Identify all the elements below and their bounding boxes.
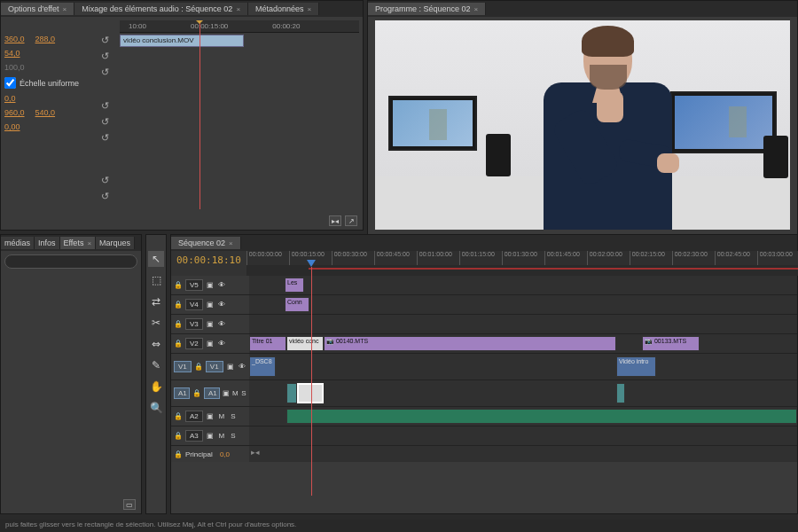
- video-preview[interactable]: [375, 20, 790, 230]
- close-icon[interactable]: ×: [229, 239, 233, 247]
- eye-icon[interactable]: 👁: [238, 363, 246, 372]
- prop-position-y[interactable]: 288,0: [35, 35, 56, 43]
- reset-icon[interactable]: ↺: [98, 51, 111, 61]
- zoom-tool[interactable]: 🔍: [148, 400, 164, 416]
- reset-icon[interactable]: ↺: [98, 100, 111, 111]
- lock-icon[interactable]: 🔒: [174, 450, 183, 458]
- lock-icon[interactable]: 🔒: [174, 320, 183, 329]
- track-source-a1[interactable]: A1: [174, 387, 190, 399]
- master-value[interactable]: 0,0: [220, 450, 230, 458]
- effects-search-input[interactable]: [4, 254, 137, 269]
- lock-icon[interactable]: 🔒: [174, 432, 183, 441]
- mute-button[interactable]: M: [217, 412, 226, 421]
- clip[interactable]: _DSC8: [249, 356, 276, 377]
- playhead-icon[interactable]: [200, 20, 200, 209]
- clip[interactable]: 📷 00140.MTS: [324, 336, 616, 351]
- lock-icon[interactable]: 🔒: [174, 301, 183, 309]
- tab-info[interactable]: Infos: [35, 237, 60, 249]
- eye-icon[interactable]: 👁: [217, 281, 226, 290]
- reset-icon[interactable]: ↺: [98, 35, 111, 45]
- ripple-tool[interactable]: ⇄: [148, 293, 164, 309]
- prop-anchor-y[interactable]: 540,0: [35, 108, 56, 117]
- timeline-playhead-icon[interactable]: [311, 267, 312, 496]
- effect-ruler[interactable]: 10:00 00:00:15:00 00:00:20: [120, 20, 359, 33]
- eye-icon[interactable]: 👁: [217, 340, 226, 348]
- close-icon[interactable]: ×: [87, 239, 91, 247]
- track-label-a1[interactable]: A1: [204, 387, 220, 399]
- hand-tool[interactable]: ✋: [148, 379, 164, 395]
- prop-antiflicker[interactable]: 0,00: [4, 122, 20, 131]
- eye-icon[interactable]: 👁: [217, 320, 226, 329]
- lock-icon[interactable]: 🔒: [174, 412, 183, 421]
- track-label-v1[interactable]: V1: [206, 361, 223, 372]
- track-select-tool[interactable]: ⬚: [148, 272, 164, 288]
- clip-selected[interactable]: [297, 383, 324, 403]
- go-to-icon[interactable]: ▸◂: [329, 215, 341, 226]
- collapse-icon[interactable]: ▸◂: [251, 448, 260, 457]
- prop-scale[interactable]: 54,0: [4, 49, 20, 58]
- close-icon[interactable]: ×: [308, 5, 312, 13]
- toggle-icon[interactable]: ▣: [206, 281, 215, 290]
- reset-icon[interactable]: ↺: [98, 116, 111, 127]
- slip-tool[interactable]: ⇔: [148, 336, 164, 352]
- tab-sequence[interactable]: Séquence 02 ×: [171, 237, 241, 249]
- tab-metadata[interactable]: Métadonnées×: [248, 3, 319, 15]
- track-label-v2[interactable]: V2: [185, 338, 203, 349]
- pen-tool[interactable]: ✎: [148, 357, 164, 373]
- toggle-icon[interactable]: ▣: [223, 389, 230, 398]
- razor-tool[interactable]: ✂: [148, 315, 164, 331]
- track-label-v5[interactable]: V5: [185, 279, 203, 291]
- lock-icon[interactable]: 🔒: [174, 340, 183, 348]
- prop-rotation[interactable]: 0,0: [4, 94, 16, 103]
- tab-effect-options[interactable]: Options d'effet×: [1, 3, 74, 15]
- toggle-icon[interactable]: ▣: [206, 301, 215, 309]
- selection-tool[interactable]: ↖: [148, 251, 164, 267]
- clip[interactable]: Titre 01: [249, 336, 286, 351]
- clip[interactable]: [286, 409, 797, 424]
- close-icon[interactable]: ×: [474, 5, 479, 13]
- toggle-icon[interactable]: ▣: [226, 363, 235, 372]
- reset-icon[interactable]: ↺: [98, 132, 111, 143]
- track-label-v4[interactable]: V4: [185, 299, 203, 310]
- lock-icon[interactable]: 🔒: [174, 281, 183, 290]
- toggle-icon[interactable]: ▣: [206, 432, 215, 441]
- clip[interactable]: Vidéo intro: [616, 356, 656, 377]
- toggle-icon[interactable]: ▣: [206, 320, 215, 329]
- tab-markers[interactable]: Marques: [96, 237, 135, 249]
- tab-program[interactable]: Programme : Séquence 02×: [368, 3, 486, 15]
- solo-button[interactable]: S: [241, 389, 246, 398]
- lock-icon[interactable]: 🔒: [194, 363, 203, 372]
- clip[interactable]: vidéo conc: [286, 336, 324, 351]
- eye-icon[interactable]: 👁: [217, 301, 226, 309]
- prop-position-x[interactable]: 360,0: [4, 35, 25, 43]
- lock-icon[interactable]: 🔒: [192, 389, 201, 398]
- clip[interactable]: [286, 383, 297, 403]
- timeline-ruler[interactable]: 00:00:00:0000:00:15:0000:00:30:0000:00:4…: [246, 251, 798, 265]
- toggle-icon[interactable]: ▣: [206, 412, 215, 421]
- clip[interactable]: [616, 383, 625, 403]
- effect-clip[interactable]: vidéo conclusion.MOV: [120, 35, 244, 47]
- clip[interactable]: 📷 00133.MTS: [642, 336, 700, 351]
- track-label-a2[interactable]: A2: [185, 411, 203, 422]
- tab-effects[interactable]: Effets ×: [60, 237, 97, 249]
- new-bin-icon[interactable]: ▭: [123, 499, 136, 510]
- timeline-timecode[interactable]: 00:00:18:10: [171, 251, 246, 270]
- tab-audio-mix[interactable]: Mixage des éléments audio : Séquence 02×: [74, 3, 248, 15]
- track-label-v3[interactable]: V3: [185, 318, 203, 330]
- clip[interactable]: Conn: [285, 297, 309, 312]
- prop-anchor-x[interactable]: 960,0: [4, 108, 25, 117]
- track-source-v1[interactable]: V1: [174, 361, 192, 372]
- clip[interactable]: Les: [285, 278, 304, 293]
- export-icon[interactable]: ↗: [345, 215, 357, 226]
- solo-button[interactable]: S: [229, 412, 238, 421]
- reset-icon[interactable]: ↺: [98, 66, 111, 77]
- tab-media[interactable]: médias: [1, 237, 35, 249]
- toggle-icon[interactable]: ▣: [206, 340, 215, 348]
- uniform-scale-checkbox[interactable]: [4, 77, 16, 89]
- track-label-a3[interactable]: A3: [185, 430, 203, 442]
- close-icon[interactable]: ×: [63, 5, 67, 13]
- close-icon[interactable]: ×: [236, 5, 240, 13]
- reset-icon[interactable]: ↺: [98, 191, 111, 201]
- solo-button[interactable]: S: [229, 432, 238, 441]
- reset-icon[interactable]: ↺: [98, 175, 111, 185]
